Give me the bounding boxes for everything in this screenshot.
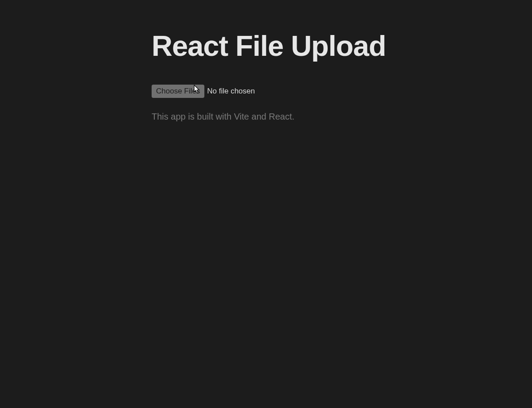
file-status-text: No file chosen [207, 87, 255, 96]
file-input-row: Choose Files No file chosen [152, 85, 386, 98]
choose-files-button[interactable]: Choose Files [152, 85, 204, 98]
page-title: React File Upload [152, 29, 386, 63]
app-description: This app is built with Vite and React. [152, 110, 386, 123]
main-container: React File Upload Choose Files No file c… [152, 29, 386, 123]
